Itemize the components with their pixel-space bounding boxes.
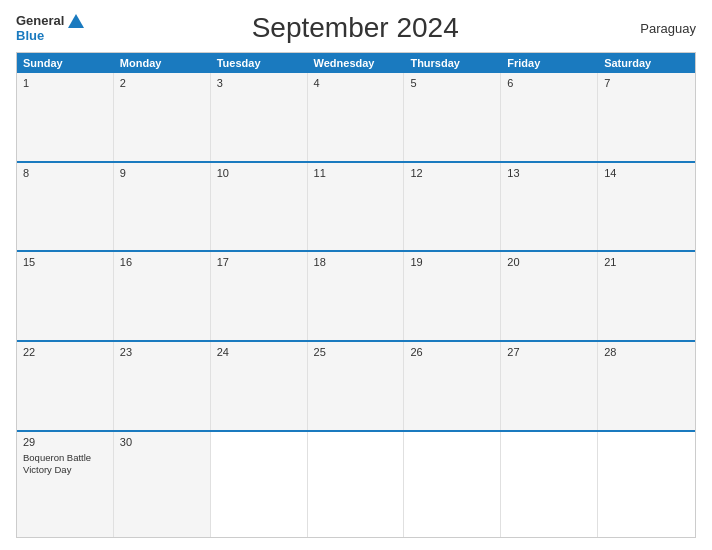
table-row: 24: [211, 342, 308, 430]
week-row-2: 891011121314: [17, 161, 695, 251]
table-row: 13: [501, 163, 598, 251]
table-row: 25: [308, 342, 405, 430]
day-number: 5: [410, 77, 494, 89]
table-row: 17: [211, 252, 308, 340]
col-sunday: Sunday: [17, 53, 114, 73]
day-number: 27: [507, 346, 591, 358]
table-row: 11: [308, 163, 405, 251]
day-number: 28: [604, 346, 689, 358]
day-number: 2: [120, 77, 204, 89]
table-row: 19: [404, 252, 501, 340]
day-number: 25: [314, 346, 398, 358]
day-number: 9: [120, 167, 204, 179]
table-row: 7: [598, 73, 695, 161]
day-number: 18: [314, 256, 398, 268]
table-row: 22: [17, 342, 114, 430]
col-saturday: Saturday: [598, 53, 695, 73]
table-row: 14: [598, 163, 695, 251]
day-number: 7: [604, 77, 689, 89]
table-row: 9: [114, 163, 211, 251]
table-row: 26: [404, 342, 501, 430]
day-number: 8: [23, 167, 107, 179]
table-row: [211, 432, 308, 537]
logo: General Blue: [16, 13, 84, 43]
day-number: 20: [507, 256, 591, 268]
table-row: 16: [114, 252, 211, 340]
page: General Blue September 2024 Paraguay Sun…: [0, 0, 712, 550]
day-number: 1: [23, 77, 107, 89]
table-row: [501, 432, 598, 537]
table-row: 30: [114, 432, 211, 537]
day-number: 15: [23, 256, 107, 268]
day-event: Boqueron Battle Victory Day: [23, 452, 107, 477]
day-number: 24: [217, 346, 301, 358]
table-row: 4: [308, 73, 405, 161]
day-number: 21: [604, 256, 689, 268]
col-monday: Monday: [114, 53, 211, 73]
table-row: 2: [114, 73, 211, 161]
table-row: 29Boqueron Battle Victory Day: [17, 432, 114, 537]
table-row: 27: [501, 342, 598, 430]
col-tuesday: Tuesday: [211, 53, 308, 73]
calendar-body: 1234567891011121314151617181920212223242…: [17, 73, 695, 537]
calendar-title: September 2024: [84, 12, 626, 44]
calendar-header: Sunday Monday Tuesday Wednesday Thursday…: [17, 53, 695, 73]
day-number: 16: [120, 256, 204, 268]
day-number: 12: [410, 167, 494, 179]
table-row: 21: [598, 252, 695, 340]
week-row-4: 22232425262728: [17, 340, 695, 430]
country-label: Paraguay: [626, 21, 696, 36]
table-row: 5: [404, 73, 501, 161]
col-thursday: Thursday: [404, 53, 501, 73]
day-number: 3: [217, 77, 301, 89]
table-row: 1: [17, 73, 114, 161]
table-row: 3: [211, 73, 308, 161]
calendar: Sunday Monday Tuesday Wednesday Thursday…: [16, 52, 696, 538]
table-row: 10: [211, 163, 308, 251]
day-number: 13: [507, 167, 591, 179]
header: General Blue September 2024 Paraguay: [16, 12, 696, 44]
day-number: 26: [410, 346, 494, 358]
table-row: 18: [308, 252, 405, 340]
table-row: 8: [17, 163, 114, 251]
day-number: 30: [120, 436, 204, 448]
day-number: 10: [217, 167, 301, 179]
day-number: 6: [507, 77, 591, 89]
table-row: [404, 432, 501, 537]
col-wednesday: Wednesday: [308, 53, 405, 73]
col-friday: Friday: [501, 53, 598, 73]
week-row-5: 29Boqueron Battle Victory Day30: [17, 430, 695, 537]
day-number: 23: [120, 346, 204, 358]
table-row: 20: [501, 252, 598, 340]
logo-triangle-icon: [68, 14, 84, 28]
day-number: 14: [604, 167, 689, 179]
day-number: 11: [314, 167, 398, 179]
table-row: 15: [17, 252, 114, 340]
table-row: 23: [114, 342, 211, 430]
table-row: [598, 432, 695, 537]
table-row: 12: [404, 163, 501, 251]
day-number: 17: [217, 256, 301, 268]
day-number: 29: [23, 436, 107, 448]
logo-blue-text: Blue: [16, 28, 44, 43]
day-number: 19: [410, 256, 494, 268]
day-number: 22: [23, 346, 107, 358]
table-row: 6: [501, 73, 598, 161]
day-number: 4: [314, 77, 398, 89]
logo-general-text: General: [16, 13, 64, 28]
table-row: 28: [598, 342, 695, 430]
week-row-3: 15161718192021: [17, 250, 695, 340]
week-row-1: 1234567: [17, 73, 695, 161]
table-row: [308, 432, 405, 537]
